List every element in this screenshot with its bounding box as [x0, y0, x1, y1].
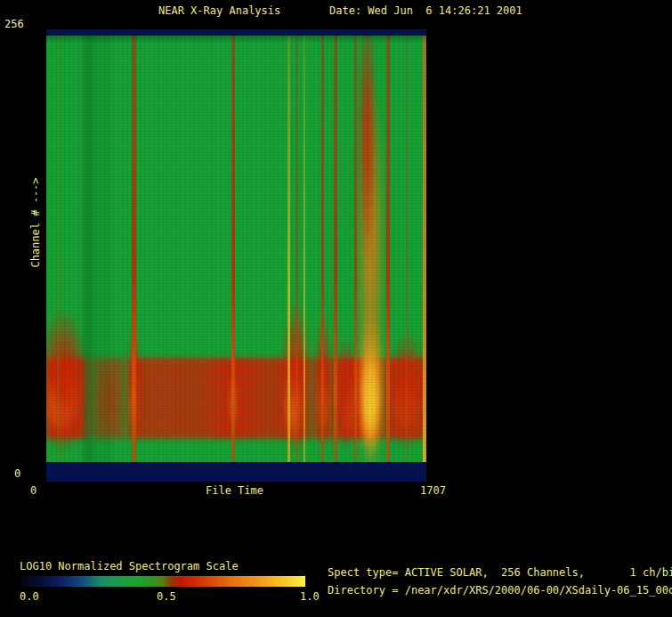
- spectrogram-streak: [57, 29, 60, 482]
- x-axis-min-label: 0: [30, 485, 36, 497]
- colorbar-tick-min: 0.0: [20, 591, 39, 603]
- spectrogram-streak: [231, 29, 235, 482]
- y-axis-min-label: 0: [14, 468, 20, 480]
- spectrogram-streak: [354, 29, 357, 482]
- colorbar: [20, 576, 305, 587]
- spectrogram-streak: [334, 29, 337, 482]
- spect-type-label: Spect type= ACTIVE SOLAR, 256 Channels, …: [328, 567, 672, 579]
- spectrogram-streak: [386, 29, 390, 482]
- spectrogram-blob: [359, 29, 376, 270]
- spectrogram-streak: [296, 29, 298, 482]
- spectrogram-streak: [321, 29, 324, 482]
- y-axis-title: Channel # --->: [29, 177, 42, 267]
- spectrogram-streak: [406, 29, 408, 482]
- colorbar-tick-mid: 0.5: [157, 591, 176, 603]
- top-gap-bar: [46, 29, 426, 36]
- spectrogram-streak: [287, 29, 290, 482]
- spectrogram-streak: [304, 29, 305, 482]
- spectrogram-plot: [46, 29, 426, 482]
- bottom-gap-bar: [46, 462, 426, 482]
- page-title: NEAR X-Ray Analysis: [158, 5, 280, 17]
- colorbar-tick-max: 1.0: [300, 591, 320, 603]
- colorbar-title: LOG10 Normalized Spectrogram Scale: [20, 561, 239, 572]
- spectrogram-streak: [423, 29, 426, 482]
- top-fade: [46, 36, 426, 44]
- directory-label: Directory = /near/xdr/XRS/2000/06-00/XSd…: [328, 585, 672, 597]
- y-axis-max-label: 256: [4, 19, 24, 30]
- x-axis-title: File Time: [206, 485, 263, 497]
- date-label: Date: Wed Jun 6 14:26:21 2001: [329, 5, 522, 17]
- spectrogram-streak: [132, 29, 136, 482]
- spectrogram-streak: [88, 29, 111, 482]
- spectrogram-field: [46, 29, 426, 482]
- x-axis-max-label: 1707: [420, 485, 446, 497]
